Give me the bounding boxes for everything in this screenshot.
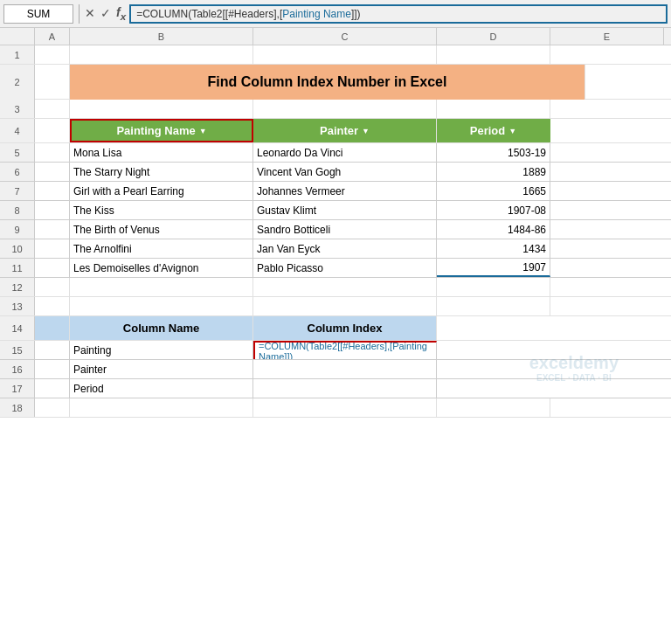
row-num-4: 4 xyxy=(0,119,35,142)
header-period[interactable]: Period ▼ xyxy=(437,119,550,142)
cell-c15-formula[interactable]: =COLUMN(Table2[[#Headers],[Painting Name… xyxy=(253,341,437,359)
cell-b3[interactable] xyxy=(70,100,253,118)
cell-c7[interactable]: Johannes Vermeer xyxy=(253,182,437,200)
row-num-13: 13 xyxy=(0,297,35,315)
cell-c11[interactable]: Pablo Picasso xyxy=(253,259,437,277)
row-3: 3 xyxy=(0,100,671,119)
cell-b12[interactable] xyxy=(70,278,253,296)
cell-a14[interactable] xyxy=(35,316,70,340)
cell-d9[interactable]: 1484-86 xyxy=(437,220,550,239)
cell-a3[interactable] xyxy=(35,100,70,118)
row-num-2: 2 xyxy=(0,65,35,100)
cell-c1[interactable] xyxy=(253,45,437,64)
header-painter[interactable]: Painter ▼ xyxy=(253,119,437,142)
cell-c6[interactable]: Vincent Van Gogh xyxy=(253,163,437,181)
formula-icons: ✕ ✓ fx xyxy=(85,5,126,22)
table2-header-row: 14 Column Name Column Index xyxy=(0,316,671,341)
col-header-b[interactable]: B xyxy=(70,28,253,45)
row-num-17: 17 xyxy=(0,379,35,398)
cell-b17[interactable]: Period xyxy=(70,379,253,398)
cell-d8[interactable]: 1907-08 xyxy=(437,201,550,219)
col-header-c[interactable]: C xyxy=(253,28,437,45)
cell-c12[interactable] xyxy=(253,278,437,296)
header-painting-name[interactable]: Painting Name ▼ xyxy=(70,119,253,142)
formula-bar-container: SUM ✕ ✓ fx =COLUMN(Table2[[#Headers],[Pa… xyxy=(0,0,671,28)
cancel-icon[interactable]: ✕ xyxy=(85,6,95,20)
formula-text-prefix: =COLUMN(Table2[[#Headers],[ xyxy=(136,8,282,20)
header-column-name[interactable]: Column Name xyxy=(70,316,253,340)
cell-b11[interactable]: Les Demoiselles d'Avignon xyxy=(70,259,253,277)
row-num-12: 12 xyxy=(0,278,35,296)
cell-b7[interactable]: Girl with a Pearl Earring xyxy=(70,182,253,200)
cell-d11[interactable]: 1907 xyxy=(437,259,550,277)
row-num-5: 5 xyxy=(0,143,35,162)
table1-row-8: 8 The Kiss Gustav Klimt 1907-08 xyxy=(0,201,671,220)
cell-d5[interactable]: 1503-19 xyxy=(437,143,550,162)
cell-a2[interactable] xyxy=(35,65,70,100)
row-num-6: 6 xyxy=(0,163,35,181)
cell-b1[interactable] xyxy=(70,45,253,64)
cell-b5[interactable]: Mona Lisa xyxy=(70,143,253,162)
row-num-9: 9 xyxy=(0,220,35,239)
cell-a11[interactable] xyxy=(35,259,70,277)
cell-b6[interactable]: The Starry Night xyxy=(70,163,253,181)
cell-b13[interactable] xyxy=(70,297,253,315)
watermark-line1: exceldemy xyxy=(529,353,619,373)
cell-a8[interactable] xyxy=(35,201,70,219)
cell-a16[interactable] xyxy=(35,360,70,378)
cell-b18[interactable] xyxy=(70,398,253,417)
cell-c3[interactable] xyxy=(253,100,437,118)
cell-a1[interactable] xyxy=(35,45,70,64)
cell-c18[interactable] xyxy=(253,398,437,417)
cell-b8[interactable]: The Kiss xyxy=(70,201,253,219)
painter-dropdown-arrow[interactable]: ▼ xyxy=(362,127,370,135)
cell-b9[interactable]: The Birth of Venus xyxy=(70,220,253,239)
table1-row-11: 11 Les Demoiselles d'Avignon Pablo Picas… xyxy=(0,259,671,278)
period-dropdown-arrow[interactable]: ▼ xyxy=(508,127,516,135)
cell-a5[interactable] xyxy=(35,143,70,162)
cell-a15[interactable] xyxy=(35,341,70,359)
cell-a12[interactable] xyxy=(35,278,70,296)
cell-c17[interactable] xyxy=(253,379,437,398)
cell-c13[interactable] xyxy=(253,297,437,315)
cell-d6[interactable]: 1889 xyxy=(437,163,550,181)
row-num-1: 1 xyxy=(0,45,35,64)
cell-d12[interactable] xyxy=(437,278,550,296)
cell-c8[interactable]: Gustav Klimt xyxy=(253,201,437,219)
cell-c9[interactable]: Sandro Botticeli xyxy=(253,220,437,239)
cell-a4[interactable] xyxy=(35,119,70,142)
cell-c16[interactable] xyxy=(253,360,437,378)
row-18: 18 xyxy=(0,398,671,418)
cell-a7[interactable] xyxy=(35,182,70,200)
formula-divider xyxy=(79,4,80,24)
cell-a10[interactable] xyxy=(35,239,70,258)
cell-d10[interactable]: 1434 xyxy=(437,239,550,258)
insert-function-icon[interactable]: fx xyxy=(116,5,126,22)
cell-d1[interactable] xyxy=(437,45,550,64)
cell-a13[interactable] xyxy=(35,297,70,315)
row-num-14: 14 xyxy=(0,316,35,340)
cell-b15[interactable]: Painting xyxy=(70,341,253,359)
col-header-d[interactable]: D xyxy=(437,28,550,45)
name-box[interactable]: SUM xyxy=(3,4,73,24)
cell-d13[interactable] xyxy=(437,297,550,315)
painting-dropdown-arrow[interactable]: ▼ xyxy=(199,127,207,135)
cell-a6[interactable] xyxy=(35,163,70,181)
cell-d3[interactable] xyxy=(437,100,550,118)
cell-a17[interactable] xyxy=(35,379,70,398)
formula-input[interactable]: =COLUMN(Table2[[#Headers],[Painting Name… xyxy=(129,4,668,24)
row-num-16: 16 xyxy=(0,360,35,378)
cell-a18[interactable] xyxy=(35,398,70,417)
table1-row-9: 9 The Birth of Venus Sandro Botticeli 14… xyxy=(0,220,671,239)
cell-d18[interactable] xyxy=(437,398,550,417)
cell-d7[interactable]: 1665 xyxy=(437,182,550,200)
cell-b16[interactable]: Painter xyxy=(70,360,253,378)
col-header-e[interactable]: E xyxy=(550,28,664,45)
col-header-a[interactable]: A xyxy=(35,28,70,45)
confirm-icon[interactable]: ✓ xyxy=(100,6,111,20)
cell-c5[interactable]: Leonardo Da Vinci xyxy=(253,143,437,162)
cell-c10[interactable]: Jan Van Eyck xyxy=(253,239,437,258)
cell-b10[interactable]: The Arnolfini xyxy=(70,239,253,258)
cell-a9[interactable] xyxy=(35,220,70,239)
header-column-index[interactable]: Column Index xyxy=(253,316,437,340)
